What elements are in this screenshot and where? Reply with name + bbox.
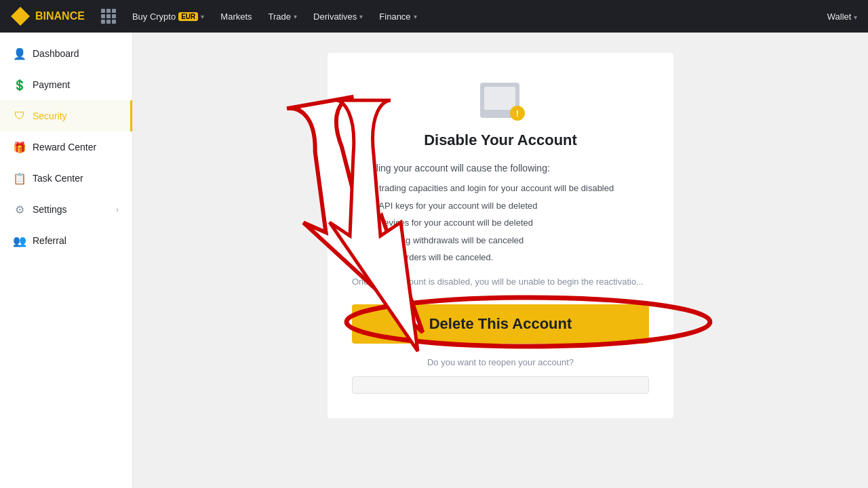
nav-wallet[interactable]: Wallet ▾ [827,12,857,22]
reopen-question: Do you want to reopen your account? [352,357,649,367]
security-icon: 🛡 [14,110,26,122]
card-note: Once your account is disabled, you will … [352,275,649,289]
payment-icon: 💲 [14,79,26,91]
nav-derivatives[interactable]: Derivatives ▾ [313,12,363,22]
device-warning-icon: ! [476,80,525,121]
consequence-2: All API keys for your account will be de… [367,199,649,213]
brand-logo[interactable]: BINANCE [11,7,85,26]
nav-trade[interactable]: Trade ▾ [269,12,297,22]
top-navigation: BINANCE Buy Crypto EUR ▾ Markets Trade ▾… [0,0,868,33]
sidebar: 👤 Dashboard 💲 Payment 🛡 Security 🎁 Rewar… [0,33,133,488]
sidebar-item-task-center[interactable]: 📋 Task Center [0,163,132,194]
disable-account-card: ! Disable Your Account Disabling your ac… [328,53,673,418]
chevron-down-icon: ▾ [854,14,857,21]
main-content: ! Disable Your Account Disabling your ac… [133,33,868,488]
consequence-1: All trading capacities and login for you… [367,182,649,195]
task-icon: 📋 [14,172,26,184]
nav-finance[interactable]: Finance ▾ [379,12,416,22]
warning-badge: ! [510,106,525,121]
chevron-down-icon: ▾ [359,13,363,20]
sidebar-item-security[interactable]: 🛡 Security [0,100,132,131]
chevron-down-icon: ▾ [294,13,297,20]
chevron-right-icon: › [116,205,119,214]
delete-account-button[interactable]: Delete This Account [352,304,649,344]
sidebar-item-reward-center[interactable]: 🎁 Reward Center [0,131,132,163]
card-icon-area: ! [352,80,649,121]
consequence-3: All devices for your account will be del… [367,216,649,230]
sidebar-item-dashboard[interactable]: 👤 Dashboard [0,38,132,69]
cancel-button[interactable] [352,376,649,394]
sidebar-item-payment[interactable]: 💲 Payment [0,69,132,100]
nav-markets[interactable]: Markets [220,12,252,22]
chevron-down-icon: ▾ [414,13,417,20]
card-title: Disable Your Account [352,131,649,149]
consequence-5: All open orders will be canceled. [367,251,649,264]
sidebar-item-settings[interactable]: ⚙ Settings › [0,194,132,225]
binance-diamond-icon [11,7,30,26]
reward-icon: 🎁 [14,141,26,153]
nav-buy-crypto[interactable]: Buy Crypto EUR ▾ [132,12,204,22]
sidebar-item-referral[interactable]: 👥 Referral [0,225,132,256]
dashboard-icon: 👤 [14,47,26,60]
card-subtitle: Disabling your account will cause the fo… [352,163,649,174]
settings-icon: ⚙ [14,203,26,216]
consequences-list: All trading capacities and login for you… [352,182,649,264]
referral-icon: 👥 [14,235,26,247]
page-layout: 👤 Dashboard 💲 Payment 🛡 Security 🎁 Rewar… [0,33,868,488]
consequence-4: All pending withdrawals will be canceled [367,234,649,247]
brand-name: BINANCE [35,10,85,22]
chevron-down-icon: ▾ [201,13,204,20]
grid-menu-icon[interactable] [101,9,116,24]
